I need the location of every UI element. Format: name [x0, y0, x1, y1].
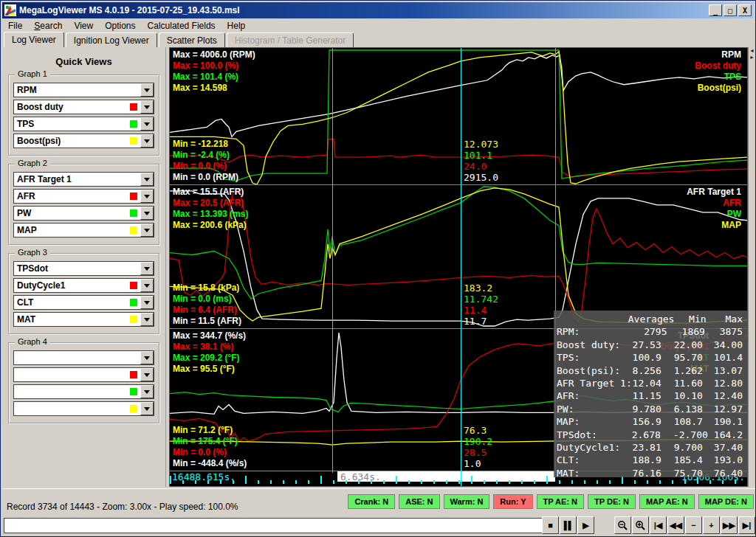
graph-1[interactable]: Max = 4006.0 (RPM)Max = 100.0 (%)Max = 1… [170, 48, 747, 185]
max-label: Max = 38.1 (%) [173, 342, 246, 353]
graph-2-canvas[interactable] [170, 185, 747, 328]
window-edge-marker [332, 48, 333, 473]
quickview-select-empty[interactable] [13, 401, 154, 416]
quickview-select-rpm[interactable]: RPM [13, 83, 154, 97]
graph-2[interactable]: Max = 15.5 (AFR)Max = 20.5 (AFR)Max = 13… [170, 185, 747, 329]
step-forward-button[interactable]: + [703, 516, 720, 534]
quickview-select-boost-duty[interactable]: Boost duty [13, 100, 154, 114]
quickview-select-value: AFR [14, 191, 130, 201]
quickview-select-afr[interactable]: AFR [13, 189, 154, 204]
dropdown-button[interactable] [140, 190, 154, 203]
cursor-value: 183.2 [464, 283, 498, 294]
skip-start-button[interactable]: |◀ [650, 516, 667, 534]
tab-ignition-log-viewer[interactable]: Ignition Log Viewer [66, 32, 157, 47]
quickview-select-pw[interactable]: PW [13, 206, 154, 221]
quickview-select-empty[interactable] [13, 367, 154, 382]
graph-panel[interactable]: Max = 4006.0 (RPM)Max = 100.0 (%)Max = 1… [169, 47, 748, 487]
step-back-button[interactable]: − [685, 516, 702, 534]
stats-row-average: 100.9 [628, 351, 662, 364]
rewind-button[interactable]: ◀◀ [667, 516, 684, 534]
title-bar[interactable]: MegaLogViewer MS 4.0.19 - 2015-07-25_19.… [2, 2, 754, 18]
quickview-select-dutycycle1[interactable]: DutyCycle1 [13, 278, 154, 293]
play-button[interactable]: ▶ [577, 516, 594, 534]
timeline-tick [659, 480, 661, 484]
dropdown-button[interactable] [140, 262, 154, 275]
fast-forward-button[interactable]: ▶▶ [721, 516, 738, 534]
maximize-button[interactable]: □ [724, 4, 737, 16]
series-color-swatch [130, 388, 137, 395]
quickview-select-value: TPS [14, 119, 130, 129]
stats-row-average: 76.16 [628, 467, 662, 479]
stats-header-averages: Averages [628, 313, 670, 325]
timeline-tick [333, 480, 334, 484]
trace-boost-duty [170, 139, 747, 177]
menu-item-options[interactable]: Options [99, 19, 141, 32]
skip-end-button[interactable]: ▶| [738, 516, 755, 534]
quickview-select-tps[interactable]: TPS [13, 117, 154, 131]
quickview-select-map[interactable]: MAP [13, 223, 154, 238]
menu-item-calculated-fields[interactable]: Calculated Fields [142, 19, 221, 32]
graph-2-cursor-values: 183.211.74211.411.7 [464, 283, 498, 327]
dropdown-button[interactable] [140, 402, 154, 415]
quickview-select-clt[interactable]: CLT [13, 295, 154, 310]
dropdown-button[interactable] [140, 279, 154, 292]
timeline-tick [408, 480, 410, 484]
dropdown-button[interactable] [140, 117, 154, 131]
stats-row-label: TPS: [557, 351, 628, 364]
tab-log-viewer[interactable]: Log Viewer [4, 32, 64, 48]
quickview-select-value: RPM [14, 85, 140, 95]
menu-item-view[interactable]: View [68, 19, 99, 32]
status-badge-warm: Warm: N [444, 494, 490, 509]
stats-row-average: 8.256 [628, 364, 662, 377]
dropdown-button[interactable] [140, 368, 154, 381]
cursor-line[interactable] [461, 48, 461, 486]
dropdown-button[interactable] [140, 173, 154, 186]
close-button[interactable]: X [738, 4, 752, 16]
graph-1-canvas[interactable] [170, 48, 747, 184]
timeline-tick [283, 480, 284, 484]
pause-button[interactable]: ▌▌ [560, 516, 577, 534]
sidebar-group-graph-2: Graph 2AFR Target 1AFRPWMAP [8, 164, 159, 245]
dropdown-button[interactable] [140, 313, 154, 326]
legend-item-pw: PW [687, 209, 741, 220]
zoom-out-button[interactable] [614, 516, 631, 534]
series-color-swatch [130, 371, 137, 378]
dropdown-button[interactable] [140, 134, 154, 148]
timeline-start-time: 16488.615s. [172, 471, 236, 482]
quickview-select-tpsdot[interactable]: TPSdot [13, 261, 154, 276]
quickview-select-boost-psi[interactable]: Boost(psi) [13, 134, 154, 148]
dropdown-button[interactable] [140, 207, 154, 220]
quickview-select-mat[interactable]: MAT [13, 312, 154, 327]
menu-item-search[interactable]: Search [28, 19, 68, 32]
playback-progress-bar[interactable] [4, 518, 559, 533]
quickview-select-afr-target-1[interactable]: AFR Target 1 [13, 172, 154, 187]
dropdown-button[interactable] [140, 224, 154, 237]
min-label: Min = 6.4 (AFR) [173, 305, 241, 316]
quickview-select-value: Boost(psi) [14, 136, 130, 146]
dropdown-button[interactable] [140, 83, 154, 97]
legend-item-map: MAP [687, 220, 741, 231]
series-color-swatch [130, 299, 137, 306]
graph-scrollbar[interactable]: ◄ ► [748, 47, 755, 487]
quickview-select-empty[interactable] [13, 350, 154, 365]
collapse-left-icon[interactable]: ◄ [749, 47, 755, 54]
collapse-right-icon[interactable]: ► [749, 54, 755, 60]
stop-button[interactable]: ■ [542, 516, 559, 534]
cursor-value: 11.742 [464, 294, 498, 305]
tab-histogram-table-generator: Histogram / Table Generator [227, 32, 354, 47]
stats-row-max: 190.1 [714, 415, 743, 428]
tab-scatter-plots[interactable]: Scatter Plots [159, 32, 225, 47]
dropdown-button[interactable] [140, 296, 154, 309]
minimize-button[interactable]: _ [709, 4, 722, 16]
timeline-tick [371, 480, 372, 484]
status-badge-tp-de: TP DE: N [588, 494, 636, 509]
quickview-select-empty[interactable] [13, 384, 154, 399]
dropdown-button[interactable] [140, 385, 154, 398]
zoom-in-button[interactable] [632, 516, 649, 534]
dropdown-button[interactable] [140, 351, 154, 364]
menu-item-help[interactable]: Help [221, 19, 252, 32]
dropdown-button[interactable] [140, 100, 154, 114]
cursor-value: 190.2 [464, 436, 492, 447]
menu-item-file[interactable]: File [2, 19, 28, 32]
cursor-value: 1.0 [464, 458, 492, 469]
